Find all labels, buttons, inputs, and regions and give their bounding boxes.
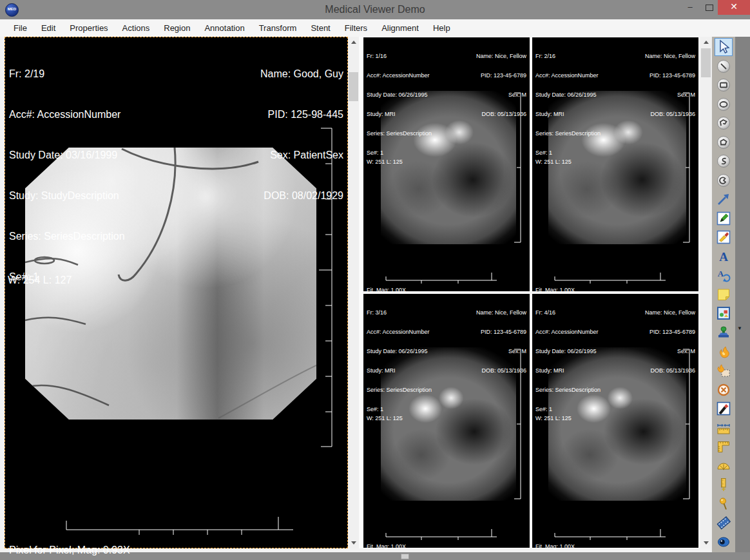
open-polygon-tool-icon [716, 115, 731, 131]
thumbnail-panel-2[interactable]: Fr: 2/16 Acc#: AccessionNumber Study Dat… [532, 37, 699, 292]
menu-help[interactable]: Help [426, 19, 457, 37]
tool-image-annotation[interactable] [715, 304, 733, 322]
magnification-text: Fit, Mag: 1.00X [367, 543, 406, 550]
patient-dob: DOB: 08/02/1929 [260, 189, 343, 202]
study-date: Study Date: 06/26/1995 [535, 348, 601, 354]
study-info-overlay: Fr: 4/16 Acc#: AccessionNumber Study Dat… [535, 296, 601, 425]
series-description: Series: SeriesDescription [367, 130, 432, 137]
accession-number: Acc#: AccessionNumber [9, 108, 125, 121]
tool-flame-annotation[interactable] [715, 343, 733, 361]
patient-dob: DOB: 05/13/1936 [476, 111, 526, 117]
scrollbar-thumb[interactable] [701, 48, 711, 77]
accession-number: Acc#: AccessionNumber [535, 72, 601, 79]
frame-counter: Fr: 4/16 [535, 309, 601, 316]
menu-region[interactable]: Region [157, 19, 197, 37]
series-number: Se#: 1 [367, 406, 432, 412]
tool-highlight-annotation[interactable] [715, 228, 733, 246]
stamp-dropdown-icon[interactable]: ▼ [737, 325, 742, 331]
sticky-note-icon [716, 287, 731, 302]
tool-draw-open-curve[interactable] [715, 152, 733, 170]
tool-rotated-text-annotation[interactable]: A [715, 266, 733, 284]
tool-exclude-region[interactable] [715, 381, 733, 399]
patient-id: PID: 123-45-6789 [645, 72, 695, 79]
study-description: Study: StudyDescription [9, 189, 125, 202]
tool-flame-region-annotation[interactable] [715, 362, 733, 380]
tool-visibility-eye[interactable] [715, 533, 733, 551]
scrollbar-thumb[interactable] [349, 72, 358, 101]
menu-transform[interactable]: Transform [252, 19, 304, 37]
tool-draw-ellipse[interactable] [715, 95, 733, 113]
frame-counter: Fr: 1/16 [367, 53, 432, 59]
close-button[interactable]: ✕ [718, 0, 750, 15]
tool-text-annotation[interactable]: A [715, 247, 733, 266]
patient-id: PID: 125-98-445 [260, 108, 343, 121]
titlebar[interactable]: MED Medical Viewer Demo – ✕ [0, 0, 750, 19]
frame-counter: Fr: 2/16 [535, 53, 601, 59]
study-date: Study Date: 03/16/1999 [9, 148, 125, 162]
patient-name: Name: Nice, Fellow [645, 309, 695, 316]
tool-arrow-annotation[interactable] [715, 190, 733, 208]
patient-sex: Sex: PatientSex [260, 148, 343, 162]
study-info-overlay: Fr: 2/19 Acc#: AccessionNumber Study Dat… [9, 40, 125, 311]
minimize-button[interactable]: – [682, 0, 698, 15]
tool-corner-ruler-measure[interactable] [715, 438, 733, 456]
menu-actions[interactable]: Actions [115, 19, 157, 37]
scroll-up-icon[interactable] [348, 37, 359, 48]
tool-calibration-ruler[interactable] [715, 476, 733, 494]
tool-sticky-note-annotation[interactable] [715, 285, 733, 304]
patient-info-overlay: Name: Good, Guy PID: 125-98-445 Sex: Pat… [260, 40, 343, 229]
close-icon: ✕ [730, 1, 738, 12]
window-frame-right [735, 37, 750, 552]
main-viewport-scrollbar[interactable] [348, 37, 359, 548]
circle-x-icon [716, 382, 731, 398]
scroll-down-icon[interactable] [348, 537, 359, 548]
main-viewport[interactable]: Fr: 2/19 Acc#: AccessionNumber Study Dat… [5, 37, 348, 548]
thumbnail-panel-3[interactable]: Fr: 3/16 Acc#: AccessionNumber Study Dat… [363, 293, 530, 548]
study-info-overlay: Fr: 2/16 Acc#: AccessionNumber Study Dat… [535, 40, 601, 169]
scroll-up-icon[interactable] [700, 37, 711, 48]
maximize-button[interactable] [701, 0, 718, 15]
menu-properties[interactable]: Properties [63, 19, 115, 37]
series-description: Series: SeriesDescription [9, 229, 125, 243]
tool-draw-closed-curve[interactable] [715, 171, 733, 189]
magnification-overlay: Pixel for Pixel, Mag: 0.93X Unit: cm [9, 512, 130, 560]
ellipse-tool-icon [716, 97, 731, 112]
tool-draw-open-polygon[interactable] [715, 114, 733, 132]
magnification-text: Fit, Mag: 1.00X [535, 543, 575, 550]
tool-pointer-select[interactable] [715, 38, 733, 56]
tool-marker-annotation[interactable] [715, 400, 733, 418]
tool-distance-measure[interactable] [715, 419, 733, 437]
scroll-down-icon[interactable] [700, 537, 711, 548]
tool-protractor-measure[interactable] [715, 457, 733, 475]
series-number: Se#: 1 [367, 150, 432, 156]
minimize-icon: – [688, 2, 692, 12]
menu-file[interactable]: File [6, 19, 34, 37]
patient-sex: Sex: M [645, 348, 695, 354]
magnification-overlay: Fit, Mag: 1.00X Unit: cm [535, 527, 575, 560]
patient-name: Name: Good, Guy [260, 67, 343, 81]
tool-pin-annotation[interactable] [715, 495, 733, 513]
tool-draw-line[interactable] [715, 57, 733, 75]
patient-name: Name: Nice, Fellow [476, 53, 526, 59]
menu-annotation[interactable]: Annotation [197, 19, 251, 37]
thumbnail-scrollbar[interactable] [700, 37, 711, 548]
thumbnail-panel-1[interactable]: Fr: 1/16 Acc#: AccessionNumber Study Dat… [363, 37, 530, 292]
thumbnail-panel-4[interactable]: Fr: 4/16 Acc#: AccessionNumber Study Dat… [532, 293, 699, 548]
frame-counter: Fr: 3/16 [367, 309, 432, 316]
menu-edit[interactable]: Edit [34, 19, 63, 37]
tool-pencil-annotation[interactable] [715, 209, 733, 227]
menu-alignment[interactable]: Alignment [374, 19, 426, 37]
window-level-overlay: W: 254 L: 127 [8, 273, 72, 287]
series-number: Se#: 1 [535, 150, 601, 156]
menu-stent[interactable]: Stent [303, 19, 337, 37]
tool-stamp-annotation[interactable] [715, 323, 733, 342]
tool-cine-film[interactable] [715, 514, 733, 532]
open-curve-tool-icon [716, 153, 731, 169]
menu-filters[interactable]: Filters [338, 19, 374, 37]
frame-counter: Fr: 2/19 [9, 67, 125, 81]
arrow-icon [716, 191, 731, 207]
rectangle-tool-icon [716, 77, 731, 93]
accession-number: Acc#: AccessionNumber [535, 329, 601, 335]
tool-draw-rectangle[interactable] [715, 76, 733, 94]
tool-draw-closed-polygon[interactable] [715, 133, 733, 151]
